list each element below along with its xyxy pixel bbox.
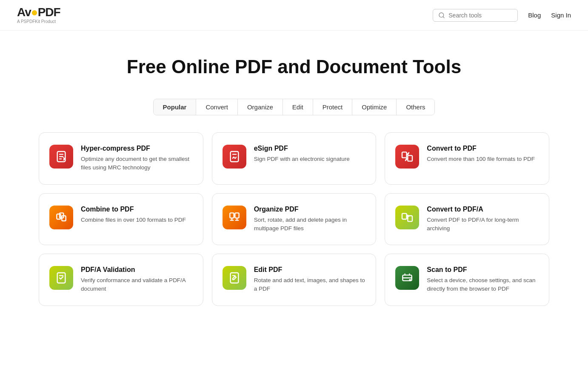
search-input[interactable] [448, 12, 512, 19]
svg-line-1 [443, 17, 444, 18]
combine-desc: Combine files in over 100 formats to PDF [81, 216, 193, 224]
svg-point-23 [410, 280, 411, 281]
tab-convert[interactable]: Convert [196, 99, 238, 115]
convert-pdfa-icon [395, 206, 419, 229]
svg-rect-9 [408, 155, 413, 161]
tab-organize[interactable]: Organize [238, 99, 283, 115]
convert-pdf-desc: Convert more than 100 file formats to PD… [427, 155, 539, 163]
organize-desc: Sort, rotate, add and delete pages in mu… [254, 216, 366, 233]
tools-grid: Hyper-compress PDF Optimize any document… [13, 120, 575, 332]
edit-pdf-icon [223, 266, 246, 290]
convert-pdfa-title: Convert to PDF/A [427, 206, 539, 213]
esign-desc: Sign PDF with an electronic signature [254, 155, 366, 163]
blog-link[interactable]: Blog [528, 11, 541, 19]
edit-pdf-info: Edit PDF Rotate and add text, images, an… [254, 266, 366, 294]
pdfa-validation-title: PDF/A Validation [81, 266, 193, 274]
tab-protect[interactable]: Protect [313, 99, 353, 115]
logo-subtitle: A PSPDFKit Product [17, 19, 56, 24]
convert-pdfa-desc: Convert PDF to PDF/A for long-term archi… [427, 216, 539, 233]
hyper-compress-icon [49, 145, 73, 169]
scan-pdf-desc: Select a device, choose settings, and sc… [427, 276, 539, 294]
organize-icon [223, 206, 246, 229]
header-right: Blog Sign In [433, 9, 571, 22]
organize-title: Organize PDF [254, 206, 366, 213]
logo-pdf: PDF [38, 6, 60, 19]
search-icon [438, 12, 445, 19]
tool-card-hyper-compress[interactable]: Hyper-compress PDF Optimize any document… [39, 132, 203, 185]
combine-info: Combine to PDF Combine files in over 100… [81, 206, 193, 224]
tool-card-combine[interactable]: Combine to PDF Combine files in over 100… [39, 193, 203, 246]
tool-card-convert-pdfa[interactable]: Convert to PDF/A Convert PDF to PDF/A fo… [385, 193, 549, 246]
signin-link[interactable]: Sign In [551, 11, 571, 19]
tool-card-edit[interactable]: Edit PDF Rotate and add text, images, an… [212, 254, 377, 306]
pdfa-validation-icon [49, 266, 73, 290]
svg-rect-16 [408, 216, 413, 221]
logo-o-icon: ● [31, 6, 38, 19]
organize-info: Organize PDF Sort, rotate, add and delet… [254, 206, 366, 233]
logo[interactable]: Av●PDF A PSPDFKit Product [17, 6, 60, 24]
tab-others[interactable]: Others [397, 99, 434, 115]
tool-card-pdfa-validation[interactable]: PDF/A Validation Verify conformance and … [39, 254, 203, 306]
scan-pdf-icon [395, 266, 419, 290]
combine-icon [49, 206, 73, 229]
logo-av: Av [17, 6, 31, 19]
tool-card-scan[interactable]: Scan to PDF Select a device, choose sett… [385, 254, 549, 306]
svg-rect-6 [230, 151, 238, 162]
tool-card-organize[interactable]: Organize PDF Sort, rotate, add and delet… [212, 193, 377, 246]
combine-title: Combine to PDF [81, 206, 193, 213]
edit-pdf-title: Edit PDF [254, 266, 366, 274]
scan-pdf-info: Scan to PDF Select a device, choose sett… [427, 266, 539, 294]
svg-rect-15 [402, 213, 407, 219]
pdfa-validation-info: PDF/A Validation Verify conformance and … [81, 266, 193, 294]
hero-section: Free Online PDF and Document Tools [0, 31, 588, 90]
tool-card-convert-pdf[interactable]: Convert to PDF Convert more than 100 fil… [385, 132, 549, 185]
tabs: Popular Convert Organize Edit Protect Op… [153, 99, 435, 115]
scan-pdf-title: Scan to PDF [427, 266, 539, 274]
svg-rect-14 [235, 213, 239, 218]
hyper-compress-desc: Optimize any document to get the smalles… [81, 155, 193, 172]
edit-pdf-desc: Rotate and add text, images, and shapes … [254, 276, 366, 294]
convert-pdf-icon [395, 145, 419, 169]
esign-info: eSign PDF Sign PDF with an electronic si… [254, 145, 366, 163]
tabs-wrapper: Popular Convert Organize Edit Protect Op… [0, 90, 588, 120]
svg-rect-8 [402, 152, 407, 157]
search-box[interactable] [433, 9, 518, 22]
convert-pdfa-info: Convert to PDF/A Convert PDF to PDF/A fo… [427, 206, 539, 233]
hyper-compress-title: Hyper-compress PDF [81, 145, 193, 152]
hyper-compress-info: Hyper-compress PDF Optimize any document… [81, 145, 193, 172]
pdfa-validation-desc: Verify conformance and validate a PDF/A … [81, 276, 193, 294]
svg-rect-13 [230, 213, 234, 218]
tab-optimize[interactable]: Optimize [352, 99, 397, 115]
convert-pdf-title: Convert to PDF [427, 145, 539, 152]
tab-edit[interactable]: Edit [283, 99, 313, 115]
esign-icon [223, 145, 246, 169]
esign-title: eSign PDF [254, 145, 366, 152]
convert-pdf-info: Convert to PDF Convert more than 100 fil… [427, 145, 539, 163]
tool-card-esign[interactable]: eSign PDF Sign PDF with an electronic si… [212, 132, 377, 185]
header: Av●PDF A PSPDFKit Product Blog Sign In [0, 0, 588, 31]
svg-rect-19 [230, 273, 238, 283]
tab-popular[interactable]: Popular [154, 99, 197, 115]
hero-title: Free Online PDF and Document Tools [17, 56, 571, 77]
